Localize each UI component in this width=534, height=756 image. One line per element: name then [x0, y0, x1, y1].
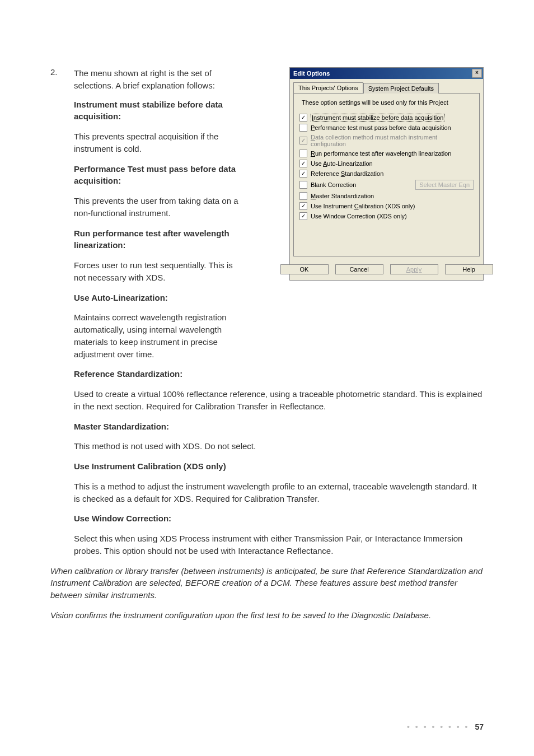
checkbox[interactable]: ✓ — [299, 202, 307, 210]
checkbox-label: Blank Correction — [311, 181, 356, 188]
panel-note: These option settings will be used only … — [302, 99, 474, 106]
para-run-after: Forces user to run test sequentially. Th… — [74, 259, 241, 284]
list-intro: The menu shown at right is the set of se… — [74, 67, 241, 92]
para-inst-cal: This is a method to adjust the instrumen… — [74, 480, 484, 505]
checkbox[interactable]: ✓ — [299, 114, 307, 122]
dialog-button-row: OK Cancel Apply Help — [290, 260, 483, 280]
heading-master-std: Master Standardization: — [74, 421, 484, 433]
option-row: ✓Instrument must stabilize before data a… — [299, 114, 474, 122]
checkbox-label: Run performance test after wavelength li… — [311, 150, 451, 157]
ok-button[interactable]: OK — [280, 264, 329, 274]
option-row: Performance test must pass before data a… — [299, 124, 474, 132]
dialog-tabs: This Projects' Options System Project De… — [290, 79, 483, 93]
edit-options-dialog: Edit Options × This Projects' Options Sy… — [289, 67, 484, 281]
checkbox-label: Use Window Correction (XDS only) — [311, 213, 407, 220]
tab-this-project[interactable]: This Projects' Options — [293, 82, 363, 93]
option-row: Blank CorrectionSelect Master Eqn — [299, 180, 474, 190]
checkbox[interactable]: ✓ — [299, 212, 307, 220]
checkbox[interactable] — [299, 192, 307, 200]
dialog-title: Edit Options — [293, 70, 330, 77]
option-row: ✓Use Instrument Calibration (XDS only) — [299, 202, 474, 210]
para-auto-lin: Maintains correct wavelength registratio… — [74, 311, 241, 360]
option-row: Run performance test after wavelength li… — [299, 150, 474, 157]
checkbox-label: Data collection method must match instru… — [311, 134, 474, 147]
checkbox[interactable]: ✓ — [299, 160, 307, 167]
list-number: 2. — [50, 67, 74, 92]
select-master-eqn-button: Select Master Eqn — [415, 180, 474, 190]
option-row: Master Standardization — [299, 192, 474, 200]
checkbox-label: Reference Standardization — [311, 170, 383, 177]
para-ref-std: Used to create a virtual 100% reflectanc… — [74, 388, 484, 413]
checkbox[interactable] — [299, 181, 307, 189]
help-button[interactable]: Help — [445, 264, 493, 274]
note-transfer: When calibration or library transfer (be… — [50, 565, 484, 601]
option-row: ✓Data collection method must match instr… — [299, 134, 474, 147]
dialog-titlebar: Edit Options × — [290, 68, 483, 79]
option-row: ✓Use Auto-Linearization — [299, 160, 474, 167]
option-row: ✓Use Window Correction (XDS only) — [299, 212, 474, 220]
page-number: 57 — [475, 722, 484, 731]
checkbox-label: Instrument must stabilize before data ac… — [311, 114, 444, 121]
footer-dots: • • • • • • • • — [407, 722, 469, 731]
cancel-button[interactable]: Cancel — [335, 264, 383, 274]
heading-inst-cal: Use Instrument Calibration (XDS only) — [74, 460, 484, 473]
note-confirm: Vision confirms the instrument configura… — [50, 609, 484, 622]
heading-ref-std: Reference Standardization: — [74, 368, 484, 380]
checkbox-label: Performance test must pass before data a… — [311, 124, 451, 131]
list-item: 2. The menu shown at right is the set of… — [50, 67, 241, 92]
tab-panel: These option settings will be used only … — [293, 93, 480, 256]
heading-run-after: Run performance test after wavelength li… — [74, 227, 241, 252]
para-win-corr: Select this when using XDS Process instr… — [74, 533, 484, 557]
checkbox-label: Use Instrument Calibration (XDS only) — [311, 203, 415, 209]
option-row: ✓Reference Standardization — [299, 170, 474, 178]
checkbox[interactable] — [299, 124, 307, 132]
checkbox-label: Master Standardization — [311, 193, 374, 199]
close-icon[interactable]: × — [472, 69, 482, 78]
checkbox[interactable]: ✓ — [299, 170, 307, 178]
heading-perf-test: Performance Test must pass before data a… — [74, 163, 241, 188]
heading-auto-lin: Use Auto-Linearization: — [74, 292, 241, 304]
heading-win-corr: Use Window Correction: — [74, 512, 484, 525]
page-footer: • • • • • • • • 57 — [50, 722, 484, 731]
apply-button[interactable]: Apply — [390, 264, 438, 274]
checkbox[interactable] — [299, 150, 307, 157]
tab-system-defaults[interactable]: System Project Defaults — [363, 83, 439, 94]
para-perf-test: This prevents the user from taking data … — [74, 195, 241, 220]
para-stabilize: This prevents spectral acquisition if th… — [74, 130, 241, 155]
checkbox: ✓ — [299, 137, 307, 144]
para-master-std: This method is not used with XDS. Do not… — [74, 440, 484, 452]
heading-stabilize: Instrument must stabilize before data ac… — [74, 99, 241, 123]
checkbox-label: Use Auto-Linearization — [311, 160, 373, 167]
